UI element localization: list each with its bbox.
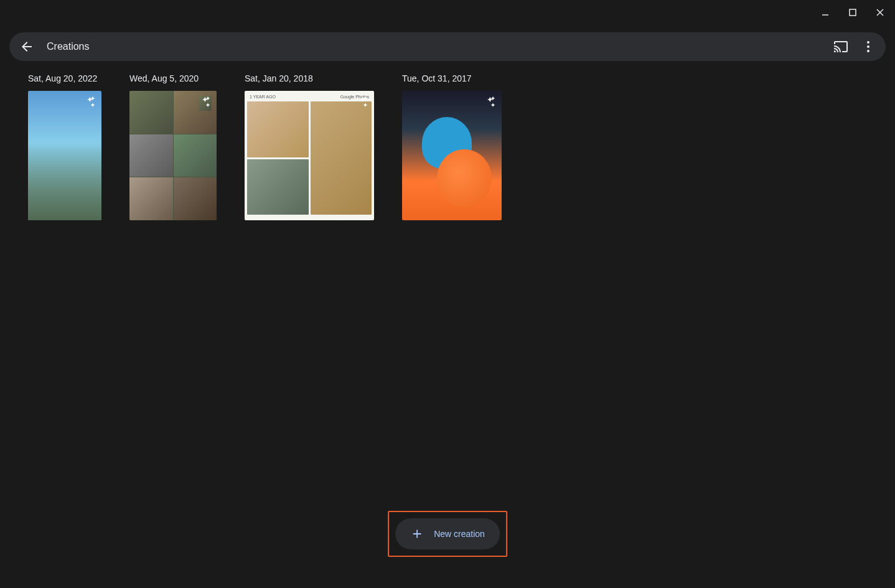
close-button[interactable] — [873, 5, 888, 20]
creation-thumbnail[interactable]: 1 YEAR AGO Google Photos — [245, 91, 374, 220]
creation-thumbnail[interactable] — [129, 91, 217, 220]
sparkle-icon — [357, 96, 369, 111]
overlay-label: 1 YEAR AGO — [250, 95, 276, 99]
creation-date: Sat, Jan 20, 2018 — [245, 73, 374, 83]
more-vert-icon — [861, 39, 876, 54]
header-left: Creations — [19, 39, 89, 54]
plus-icon — [410, 527, 424, 541]
header-bar: Creations — [9, 32, 886, 61]
new-creation-label: New creation — [434, 529, 485, 539]
creations-content: Sat, Aug 20, 2022 Wed, Aug 5, 2020 Sat, … — [0, 61, 895, 233]
creation-thumbnail[interactable] — [28, 91, 101, 220]
creation-date: Wed, Aug 5, 2020 — [129, 73, 217, 83]
cast-button[interactable] — [833, 39, 848, 54]
new-creation-button[interactable]: New creation — [395, 518, 500, 549]
more-options-button[interactable] — [861, 39, 876, 54]
sparkle-icon — [484, 96, 497, 111]
svg-rect-1 — [850, 9, 856, 16]
titlebar — [0, 0, 895, 25]
svg-point-6 — [867, 50, 869, 52]
window-controls — [818, 5, 888, 20]
creation-item: Tue, Oct 31, 2017 — [402, 73, 502, 220]
creation-item: Wed, Aug 5, 2020 — [129, 73, 217, 220]
back-button[interactable] — [19, 39, 34, 54]
creation-date: Sat, Aug 20, 2022 — [28, 73, 101, 83]
header-right — [833, 39, 876, 54]
cast-icon — [833, 39, 848, 54]
maximize-button[interactable] — [845, 5, 860, 20]
page-title: Creations — [47, 41, 89, 52]
new-creation-highlight: New creation — [388, 511, 507, 557]
creation-item: Sat, Jan 20, 2018 1 YEAR AGO Google Phot… — [245, 73, 374, 220]
sparkle-icon — [199, 96, 212, 111]
creation-date: Tue, Oct 31, 2017 — [402, 73, 502, 83]
sparkle-icon — [84, 96, 96, 111]
minimize-button[interactable] — [818, 5, 833, 20]
svg-point-4 — [867, 41, 869, 44]
creation-thumbnail[interactable] — [402, 91, 502, 220]
arrow-back-icon — [19, 39, 34, 54]
creation-item: Sat, Aug 20, 2022 — [28, 73, 101, 220]
svg-point-5 — [867, 45, 869, 48]
